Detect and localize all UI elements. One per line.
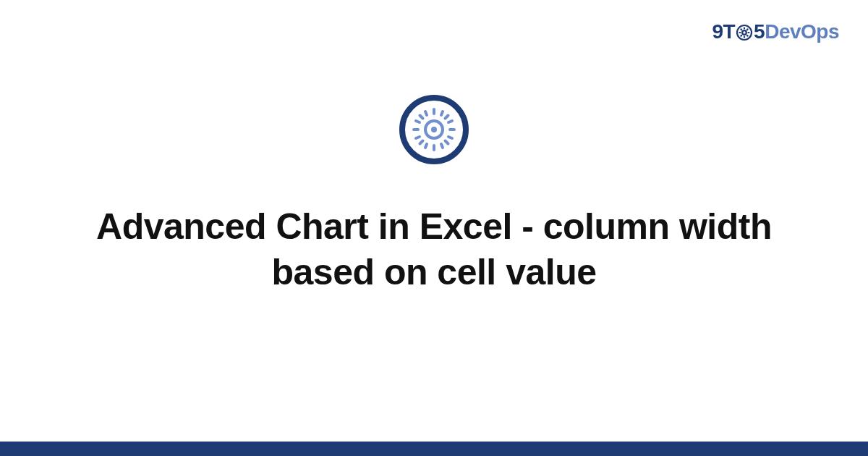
brand-text-devops: DevOps: [765, 20, 839, 43]
svg-point-4: [431, 127, 437, 132]
gear-icon: [399, 94, 469, 168]
page-title: Advanced Chart in Excel - column width b…: [51, 204, 817, 295]
page: 9T5DevOps Advanced Chart in Excel - colu…: [0, 0, 868, 456]
brand-text-9t: 9T: [712, 20, 735, 43]
hero-section: Advanced Chart in Excel - column width b…: [0, 94, 868, 295]
footer-bar: [0, 442, 868, 456]
gear-icon: [736, 24, 753, 41]
svg-point-1: [742, 30, 746, 35]
brand-logo: 9T5DevOps: [712, 20, 839, 43]
brand-text-5: 5: [754, 20, 765, 43]
hero-icon-wrap: [51, 94, 817, 168]
